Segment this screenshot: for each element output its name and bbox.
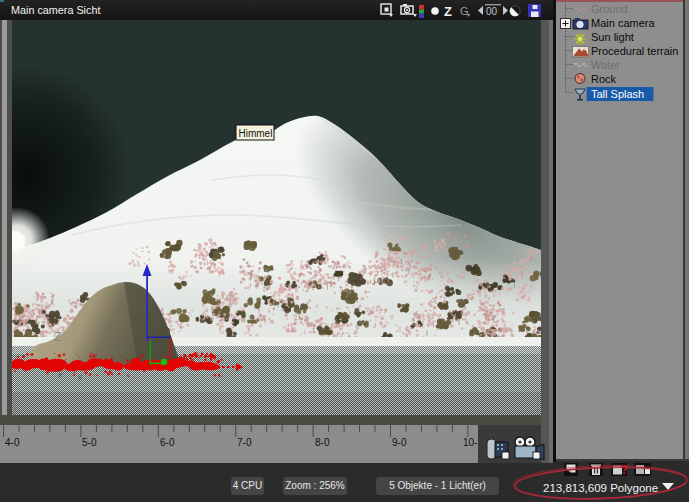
svg-text:9-0: 9-0 xyxy=(392,437,407,448)
svg-text:Procedural terrain: Procedural terrain xyxy=(591,45,678,57)
svg-text:Rock: Rock xyxy=(591,73,617,85)
svg-text:10-: 10- xyxy=(463,437,477,448)
svg-text:Himmel: Himmel xyxy=(239,128,273,139)
svg-text:00: 00 xyxy=(486,6,498,17)
svg-text:Z: Z xyxy=(54,330,61,344)
svg-text:Tall Splash: Tall Splash xyxy=(591,88,644,100)
svg-text:5-0: 5-0 xyxy=(82,437,97,448)
svg-text:y: y xyxy=(78,372,82,381)
svg-text:Ground: Ground xyxy=(591,3,628,15)
svg-text:Z: Z xyxy=(444,4,452,19)
svg-text:Water: Water xyxy=(591,59,620,71)
svg-text:▾: ▾ xyxy=(467,12,470,18)
svg-text:x: x xyxy=(58,370,62,379)
svg-text:Main camera: Main camera xyxy=(591,17,655,29)
svg-text:Sun light: Sun light xyxy=(591,31,634,43)
svg-text:6-0: 6-0 xyxy=(160,437,175,448)
svg-text:4-0: 4-0 xyxy=(5,437,20,448)
svg-text:8-0: 8-0 xyxy=(315,437,330,448)
svg-text:7-0: 7-0 xyxy=(237,437,252,448)
